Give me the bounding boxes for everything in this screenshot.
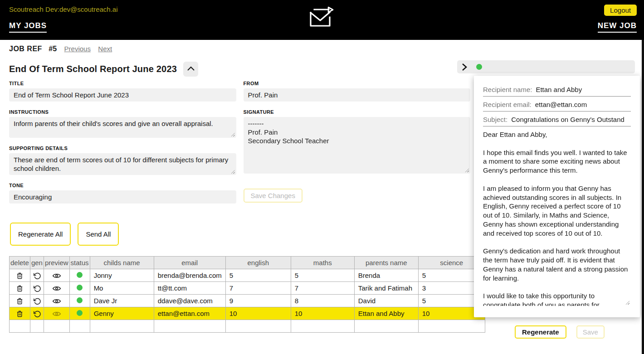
empty-cell	[291, 320, 354, 333]
undo-icon	[33, 310, 41, 318]
eye-icon	[52, 285, 61, 292]
empty-cell	[10, 320, 30, 333]
chevron-right-icon[interactable]	[462, 63, 467, 71]
empty-cell	[154, 320, 225, 333]
supporting-details-textarea[interactable]: These are end of term scores out of 10 f…	[9, 153, 236, 175]
cell-maths: 5	[291, 269, 354, 282]
col-header-english: english	[225, 257, 291, 269]
regenerate-row-button[interactable]	[33, 310, 41, 318]
instructions-textarea[interactable]: Inform parents of their child's scores a…	[9, 117, 236, 138]
col-header-parents-name: parents name	[354, 257, 418, 269]
cell-childs-name: Jonny	[90, 269, 154, 282]
regenerate-row-button[interactable]	[33, 272, 41, 280]
cell-email: ddave@dave.com	[154, 295, 225, 307]
preview-panel-header	[457, 60, 635, 73]
status-dot	[77, 272, 83, 278]
col-header-preview: preview	[44, 257, 69, 269]
from-input[interactable]	[244, 88, 471, 102]
subject-value[interactable]: Congratulations on Genny's Outstand	[511, 116, 624, 123]
eye-icon	[52, 310, 61, 317]
delete-row-button[interactable]	[16, 310, 24, 318]
tone-label: TONE	[9, 183, 236, 188]
preview-row-button[interactable]	[52, 285, 61, 292]
title-input[interactable]	[9, 88, 236, 102]
recipient-name-row: Recipient name: Ettan and Abby	[483, 83, 631, 97]
regenerate-button[interactable]: Regenerate	[515, 325, 566, 339]
col-header-status: status	[69, 257, 90, 269]
brand-account-label: Scoutreach Dev:dev@scoutreach.ai	[9, 5, 118, 13]
signature-textarea[interactable]: ------- Prof. Pain Secondary School Teac…	[244, 117, 471, 174]
next-job-link[interactable]: Next	[98, 45, 112, 53]
regenerate-row-button[interactable]	[33, 297, 41, 305]
cell-childs-name: Mo	[90, 282, 154, 295]
email-preview-card: Recipient name: Ettan and Abby Recipient…	[474, 76, 640, 317]
signature-label: SIGNATURE	[244, 109, 471, 115]
recipient-name-label: Recipient name:	[483, 86, 532, 93]
cell-childs-name: Genny	[90, 307, 154, 320]
subject-row: Subject: Congratulations on Genny's Outs…	[483, 113, 631, 126]
cell-parents-name: Tarik and Fatimah	[354, 282, 418, 295]
status-dot	[77, 285, 83, 291]
instructions-label: INSTRUCTIONS	[9, 109, 236, 115]
cell-parents-name: Ettan and Abby	[354, 307, 418, 320]
col-header-maths: maths	[291, 257, 354, 269]
table-row: Mo tt@tt.com 7 7 Tarik and Fatimah 3	[10, 282, 485, 295]
status-dot	[77, 310, 83, 316]
recipients-table: delete gen preview status childs name em…	[9, 256, 485, 333]
logout-button[interactable]: Logout	[604, 5, 637, 16]
email-body-textarea[interactable]: Dear Ettan and Abby, I hope this email f…	[483, 130, 631, 306]
undo-icon	[33, 285, 41, 292]
supporting-details-label: SUPPORTING DETAILS	[9, 145, 236, 151]
nav-new-job[interactable]: NEW JOB	[598, 21, 637, 33]
empty-cell	[90, 320, 154, 333]
table-header-row: delete gen preview status childs name em…	[10, 257, 485, 269]
form-left-column: TITLE INSTRUCTIONS Inform parents of the…	[9, 81, 236, 204]
previous-job-link[interactable]: Previous	[64, 45, 91, 53]
cell-maths: 7	[291, 282, 354, 295]
cell-maths: 8	[291, 295, 354, 307]
empty-cell	[418, 320, 485, 333]
recipient-email-value[interactable]: ettan@ettan.com	[535, 101, 587, 108]
cell-english: 5	[225, 269, 291, 282]
empty-cell	[69, 320, 90, 333]
cell-parents-name: Brenda	[354, 269, 418, 282]
from-label: FROM	[244, 81, 471, 86]
table-row: Genny ettan@ettan.com 10 10 Ettan and Ab…	[10, 307, 485, 320]
preview-row-button[interactable]	[52, 298, 61, 305]
trash-icon	[16, 297, 24, 305]
col-header-delete: delete	[10, 257, 30, 269]
collapse-job-button[interactable]	[183, 62, 198, 77]
preview-row-button[interactable]	[52, 272, 61, 279]
delete-row-button[interactable]	[16, 285, 24, 292]
cell-parents-name: David	[354, 295, 418, 307]
send-mail-logo-icon	[309, 6, 335, 29]
cell-english: 10	[225, 307, 291, 320]
top-header: Scoutreach Dev:dev@scoutreach.ai Logout …	[0, 0, 644, 40]
right-edge-scroll-strip[interactable]	[642, 40, 644, 354]
cell-childs-name: Dave Jr	[90, 295, 154, 307]
preview-panel-actions: Regenerate Save	[515, 325, 605, 339]
app-page: Scoutreach Dev:dev@scoutreach.ai Logout …	[0, 0, 644, 354]
trash-icon	[16, 272, 24, 280]
empty-cell	[354, 320, 418, 333]
page-title: End Of Term School Report June 2023	[9, 64, 177, 74]
recipient-email-row: Recipient email: ettan@ettan.com	[483, 98, 631, 112]
cell-english: 7	[225, 282, 291, 295]
nav-my-jobs[interactable]: MY JOBS	[9, 21, 47, 33]
cell-email: tt@tt.com	[154, 282, 225, 295]
col-header-gen: gen	[30, 257, 44, 269]
save-changes-button[interactable]: Save Changes	[244, 189, 302, 203]
recipient-name-value[interactable]: Ettan and Abby	[536, 86, 582, 93]
delete-row-button[interactable]	[16, 297, 24, 305]
regenerate-all-button[interactable]: Regenerate All	[10, 223, 71, 246]
regenerate-row-button[interactable]	[33, 285, 41, 292]
tone-input[interactable]	[9, 190, 236, 204]
preview-row-button[interactable]	[52, 310, 61, 317]
trash-icon	[16, 285, 24, 292]
send-all-button[interactable]: Send All	[78, 223, 119, 246]
empty-cell	[44, 320, 69, 333]
col-header-childs-name: childs name	[90, 257, 154, 269]
empty-cell	[30, 320, 44, 333]
delete-row-button[interactable]	[16, 272, 24, 280]
save-button[interactable]: Save	[576, 325, 605, 339]
